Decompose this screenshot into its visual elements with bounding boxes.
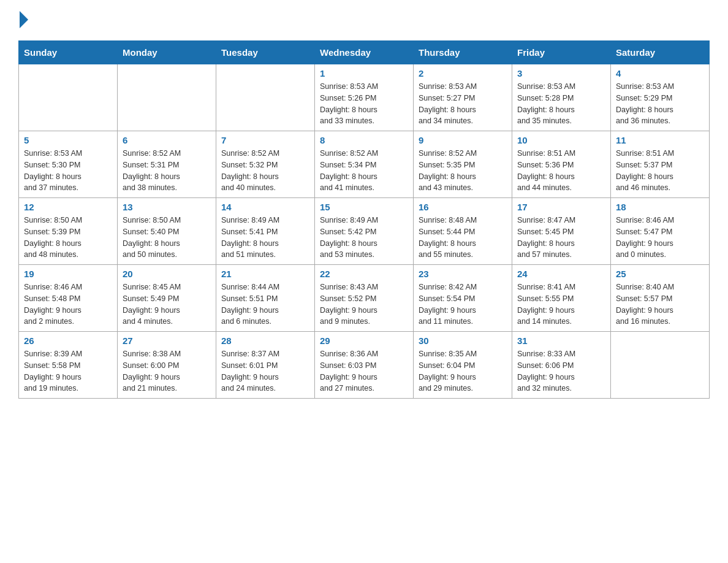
calendar-cell: 13Sunrise: 8:50 AM Sunset: 5:40 PM Dayli… <box>118 198 216 265</box>
day-info: Sunrise: 8:53 AM Sunset: 5:29 PM Dayligh… <box>616 81 704 127</box>
day-info: Sunrise: 8:52 AM Sunset: 5:34 PM Dayligh… <box>320 148 408 194</box>
day-info: Sunrise: 8:53 AM Sunset: 5:27 PM Dayligh… <box>419 81 507 127</box>
day-info: Sunrise: 8:50 AM Sunset: 5:40 PM Dayligh… <box>123 215 211 261</box>
day-info: Sunrise: 8:46 AM Sunset: 5:48 PM Dayligh… <box>24 282 112 327</box>
day-number: 24 <box>517 269 605 279</box>
calendar-cell: 23Sunrise: 8:42 AM Sunset: 5:54 PM Dayli… <box>414 265 512 332</box>
day-info: Sunrise: 8:37 AM Sunset: 6:01 PM Dayligh… <box>221 348 309 394</box>
day-info: Sunrise: 8:33 AM Sunset: 6:06 PM Dayligh… <box>517 348 605 394</box>
day-number: 15 <box>320 202 408 212</box>
calendar-cell: 31Sunrise: 8:33 AM Sunset: 6:06 PM Dayli… <box>512 332 611 399</box>
day-info: Sunrise: 8:45 AM Sunset: 5:49 PM Dayligh… <box>123 282 211 327</box>
calendar-cell: 24Sunrise: 8:41 AM Sunset: 5:55 PM Dayli… <box>512 265 611 332</box>
day-number: 12 <box>24 202 112 212</box>
calendar-header-thursday: Thursday <box>414 41 512 64</box>
logo-arrow-icon <box>20 11 28 28</box>
day-number: 10 <box>517 135 605 145</box>
calendar-cell: 10Sunrise: 8:51 AM Sunset: 5:36 PM Dayli… <box>512 131 611 198</box>
calendar-cell: 1Sunrise: 8:53 AM Sunset: 5:26 PM Daylig… <box>315 64 414 131</box>
day-info: Sunrise: 8:35 AM Sunset: 6:04 PM Dayligh… <box>419 348 507 394</box>
day-number: 27 <box>123 335 211 346</box>
calendar-cell: 26Sunrise: 8:39 AM Sunset: 5:58 PM Dayli… <box>19 332 118 399</box>
day-number: 16 <box>419 202 507 212</box>
day-info: Sunrise: 8:52 AM Sunset: 5:32 PM Dayligh… <box>221 148 309 194</box>
calendar-cell: 25Sunrise: 8:40 AM Sunset: 5:57 PM Dayli… <box>611 265 710 332</box>
calendar-cell <box>19 64 118 131</box>
day-info: Sunrise: 8:49 AM Sunset: 5:42 PM Dayligh… <box>320 215 408 261</box>
calendar-cell: 3Sunrise: 8:53 AM Sunset: 5:28 PM Daylig… <box>512 64 611 131</box>
day-number: 26 <box>24 335 112 346</box>
day-number: 6 <box>123 135 211 145</box>
day-info: Sunrise: 8:36 AM Sunset: 6:03 PM Dayligh… <box>320 348 408 394</box>
day-info: Sunrise: 8:52 AM Sunset: 5:35 PM Dayligh… <box>419 148 507 194</box>
calendar-cell: 30Sunrise: 8:35 AM Sunset: 6:04 PM Dayli… <box>414 332 512 399</box>
calendar-cell: 20Sunrise: 8:45 AM Sunset: 5:49 PM Dayli… <box>118 265 216 332</box>
day-number: 17 <box>517 202 605 212</box>
day-info: Sunrise: 8:50 AM Sunset: 5:39 PM Dayligh… <box>24 215 112 261</box>
day-number: 28 <box>221 335 309 346</box>
calendar-cell: 19Sunrise: 8:46 AM Sunset: 5:48 PM Dayli… <box>19 265 118 332</box>
calendar-cell <box>611 332 710 399</box>
day-info: Sunrise: 8:53 AM Sunset: 5:28 PM Dayligh… <box>517 81 605 127</box>
calendar-cell: 27Sunrise: 8:38 AM Sunset: 6:00 PM Dayli… <box>118 332 216 399</box>
calendar-header-row: SundayMondayTuesdayWednesdayThursdayFrid… <box>19 41 710 64</box>
day-number: 29 <box>320 335 408 346</box>
calendar-header-monday: Monday <box>118 41 216 64</box>
day-number: 4 <box>616 68 704 79</box>
calendar-cell: 5Sunrise: 8:53 AM Sunset: 5:30 PM Daylig… <box>19 131 118 198</box>
calendar-cell: 9Sunrise: 8:52 AM Sunset: 5:35 PM Daylig… <box>414 131 512 198</box>
day-info: Sunrise: 8:51 AM Sunset: 5:37 PM Dayligh… <box>616 148 704 194</box>
calendar-header-saturday: Saturday <box>611 41 710 64</box>
day-info: Sunrise: 8:42 AM Sunset: 5:54 PM Dayligh… <box>419 282 507 327</box>
day-info: Sunrise: 8:47 AM Sunset: 5:45 PM Dayligh… <box>517 215 605 261</box>
day-number: 5 <box>24 135 112 145</box>
calendar-cell: 18Sunrise: 8:46 AM Sunset: 5:47 PM Dayli… <box>611 198 710 265</box>
calendar-header-sunday: Sunday <box>19 41 118 64</box>
day-number: 11 <box>616 135 704 145</box>
calendar-cell: 14Sunrise: 8:49 AM Sunset: 5:41 PM Dayli… <box>216 198 315 265</box>
day-info: Sunrise: 8:49 AM Sunset: 5:41 PM Dayligh… <box>221 215 309 261</box>
day-info: Sunrise: 8:53 AM Sunset: 5:30 PM Dayligh… <box>24 148 112 194</box>
logo <box>18 12 28 28</box>
day-number: 18 <box>616 202 704 212</box>
calendar-week-row: 1Sunrise: 8:53 AM Sunset: 5:26 PM Daylig… <box>19 64 710 131</box>
day-info: Sunrise: 8:51 AM Sunset: 5:36 PM Dayligh… <box>517 148 605 194</box>
day-info: Sunrise: 8:43 AM Sunset: 5:52 PM Dayligh… <box>320 282 408 327</box>
day-number: 9 <box>419 135 507 145</box>
calendar-cell: 12Sunrise: 8:50 AM Sunset: 5:39 PM Dayli… <box>19 198 118 265</box>
calendar-week-row: 12Sunrise: 8:50 AM Sunset: 5:39 PM Dayli… <box>19 198 710 265</box>
day-number: 1 <box>320 68 408 79</box>
day-info: Sunrise: 8:44 AM Sunset: 5:51 PM Dayligh… <box>221 282 309 327</box>
day-info: Sunrise: 8:41 AM Sunset: 5:55 PM Dayligh… <box>517 282 605 327</box>
calendar-cell: 15Sunrise: 8:49 AM Sunset: 5:42 PM Dayli… <box>315 198 414 265</box>
calendar-cell: 29Sunrise: 8:36 AM Sunset: 6:03 PM Dayli… <box>315 332 414 399</box>
calendar-table: SundayMondayTuesdayWednesdayThursdayFrid… <box>18 40 710 399</box>
calendar-week-row: 26Sunrise: 8:39 AM Sunset: 5:58 PM Dayli… <box>19 332 710 399</box>
calendar-cell: 16Sunrise: 8:48 AM Sunset: 5:44 PM Dayli… <box>414 198 512 265</box>
calendar-cell: 28Sunrise: 8:37 AM Sunset: 6:01 PM Dayli… <box>216 332 315 399</box>
page-header <box>18 12 710 28</box>
calendar-week-row: 5Sunrise: 8:53 AM Sunset: 5:30 PM Daylig… <box>19 131 710 198</box>
day-info: Sunrise: 8:48 AM Sunset: 5:44 PM Dayligh… <box>419 215 507 261</box>
calendar-cell: 21Sunrise: 8:44 AM Sunset: 5:51 PM Dayli… <box>216 265 315 332</box>
day-number: 2 <box>419 68 507 79</box>
day-number: 31 <box>517 335 605 346</box>
calendar-cell <box>216 64 315 131</box>
calendar-cell: 2Sunrise: 8:53 AM Sunset: 5:27 PM Daylig… <box>414 64 512 131</box>
day-number: 25 <box>616 269 704 279</box>
calendar-cell: 6Sunrise: 8:52 AM Sunset: 5:31 PM Daylig… <box>118 131 216 198</box>
calendar-header-wednesday: Wednesday <box>315 41 414 64</box>
calendar-header-friday: Friday <box>512 41 611 64</box>
day-number: 22 <box>320 269 408 279</box>
calendar-cell <box>118 64 216 131</box>
calendar-header-tuesday: Tuesday <box>216 41 315 64</box>
day-number: 8 <box>320 135 408 145</box>
calendar-cell: 17Sunrise: 8:47 AM Sunset: 5:45 PM Dayli… <box>512 198 611 265</box>
day-info: Sunrise: 8:46 AM Sunset: 5:47 PM Dayligh… <box>616 215 704 261</box>
day-info: Sunrise: 8:53 AM Sunset: 5:26 PM Dayligh… <box>320 81 408 127</box>
calendar-cell: 22Sunrise: 8:43 AM Sunset: 5:52 PM Dayli… <box>315 265 414 332</box>
day-number: 14 <box>221 202 309 212</box>
day-number: 13 <box>123 202 211 212</box>
day-number: 20 <box>123 269 211 279</box>
day-info: Sunrise: 8:40 AM Sunset: 5:57 PM Dayligh… <box>616 282 704 327</box>
